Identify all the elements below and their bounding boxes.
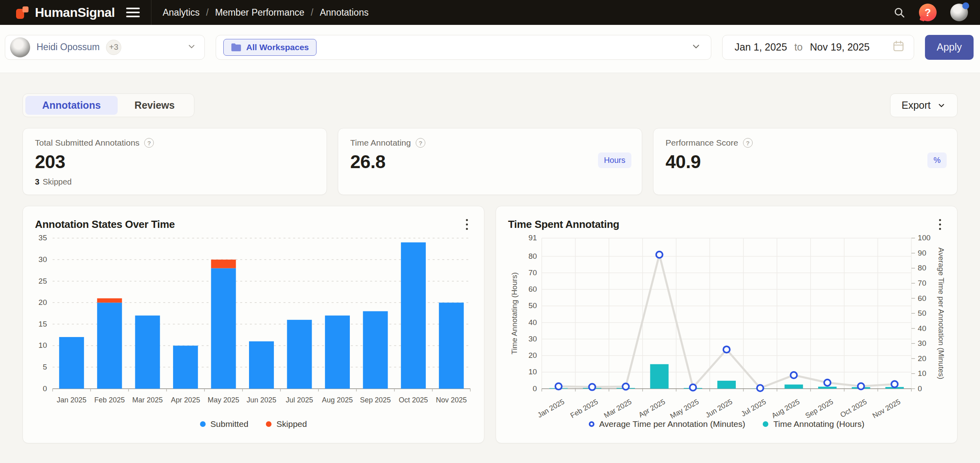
info-icon[interactable]: ? — [743, 138, 753, 148]
extra-members-badge: +3 — [106, 40, 121, 55]
legend-label: Time Annotating (Hours) — [773, 419, 864, 429]
dot-marker-icon — [763, 421, 768, 427]
svg-text:Jun 2025: Jun 2025 — [704, 398, 734, 418]
tab-reviews[interactable]: Reviews — [118, 96, 192, 115]
ring-marker-icon — [589, 421, 594, 427]
svg-text:Mar 2025: Mar 2025 — [602, 398, 633, 418]
stat-title: Performance Score — [666, 138, 738, 148]
legend-label: Average Time per Annotation (Minutes) — [599, 419, 745, 429]
dot-marker-icon — [200, 421, 206, 427]
svg-text:10: 10 — [918, 369, 926, 378]
search-icon[interactable] — [893, 6, 905, 18]
legend-item[interactable]: Average Time per Annotation (Minutes) — [589, 419, 745, 429]
breadcrumb-member-performance[interactable]: Member Performance — [215, 7, 304, 18]
toolbar-row: Annotations Reviews Export — [22, 93, 958, 117]
svg-text:50: 50 — [918, 309, 926, 317]
svg-text:Jan 2025: Jan 2025 — [536, 398, 566, 418]
svg-text:Jul 2025: Jul 2025 — [286, 396, 313, 404]
calendar-icon — [892, 40, 905, 55]
svg-text:Mar 2025: Mar 2025 — [132, 396, 163, 404]
member-name: Heidi Opossum — [37, 42, 100, 53]
breadcrumb-analytics[interactable]: Analytics — [163, 7, 200, 18]
breadcrumb: Analytics / Member Performance / Annotat… — [163, 7, 369, 18]
svg-text:Aug 2025: Aug 2025 — [322, 396, 353, 404]
export-button[interactable]: Export — [890, 93, 958, 117]
export-label: Export — [902, 100, 931, 111]
svg-text:90: 90 — [918, 249, 926, 257]
svg-text:May 2025: May 2025 — [669, 398, 700, 418]
svg-text:30: 30 — [39, 255, 47, 264]
svg-text:0: 0 — [533, 384, 537, 393]
chart-legend: Average Time per Annotation (Minutes)Tim… — [508, 419, 945, 429]
legend-item[interactable]: Time Annotating (Hours) — [763, 419, 864, 429]
svg-text:40: 40 — [529, 318, 537, 327]
workspace-chip[interactable]: All Workspaces — [223, 39, 316, 56]
brand-name: HumanSignal — [35, 5, 115, 20]
svg-text:60: 60 — [918, 294, 926, 303]
legend-label: Submitted — [210, 419, 249, 429]
apply-button[interactable]: Apply — [925, 35, 974, 60]
svg-text:May 2025: May 2025 — [208, 396, 239, 404]
date-range-separator: to — [792, 41, 805, 53]
kebab-menu-icon[interactable] — [935, 217, 945, 232]
chevron-down-icon — [691, 41, 701, 53]
svg-text:Sep 2025: Sep 2025 — [360, 396, 391, 404]
svg-text:80: 80 — [918, 264, 926, 272]
member-avatar — [10, 37, 30, 57]
svg-text:Jun 2025: Jun 2025 — [247, 396, 276, 404]
stat-value: 26.8 — [350, 151, 630, 173]
legend-item[interactable]: Skipped — [266, 419, 307, 429]
chevron-down-icon — [937, 101, 946, 110]
hamburger-menu-icon[interactable] — [126, 6, 140, 18]
stat-card-performance-score: Performance Score ? 40.9 % — [653, 128, 958, 195]
legend-label: Skipped — [276, 419, 307, 429]
charts-row: Annotation States Over Time 051015202530… — [22, 206, 958, 443]
date-range-end: Nov 19, 2025 — [810, 41, 870, 53]
folder-icon — [231, 43, 241, 52]
svg-text:91: 91 — [529, 234, 537, 242]
breadcrumb-separator: / — [311, 7, 313, 18]
stat-footnote: 3 Skipped — [35, 177, 314, 187]
tab-annotations[interactable]: Annotations — [25, 96, 118, 115]
svg-text:Apr 2025: Apr 2025 — [171, 396, 200, 404]
workspace-select[interactable]: All Workspaces — [216, 35, 711, 60]
svg-text:Average Time per Annotation (M: Average Time per Annotation (Minutes) — [937, 248, 945, 379]
info-icon[interactable]: ? — [416, 138, 425, 148]
dot-marker-icon — [266, 421, 272, 427]
header-divider — [151, 0, 151, 25]
svg-text:10: 10 — [529, 368, 537, 376]
svg-text:70: 70 — [918, 279, 926, 287]
kebab-menu-icon[interactable] — [462, 217, 472, 232]
skipped-count: 3 — [35, 177, 39, 187]
svg-text:70: 70 — [529, 268, 537, 277]
svg-text:Time Annotating (Hours): Time Annotating (Hours) — [510, 272, 519, 355]
breadcrumb-annotations[interactable]: Annotations — [320, 7, 368, 18]
filter-bar: Heidi Opossum +3 All Workspaces Jan 1, 2… — [0, 25, 980, 73]
date-range-start: Jan 1, 2025 — [735, 41, 787, 53]
stat-value: 40.9 — [666, 151, 945, 173]
svg-text:60: 60 — [529, 285, 537, 293]
time-spent-chart: 0102030405060708091010203040506070809010… — [508, 234, 945, 418]
chart-title: Time Spent Annotating — [508, 218, 619, 231]
svg-text:50: 50 — [529, 301, 537, 310]
breadcrumb-separator: / — [206, 7, 208, 18]
chart-title: Annotation States Over Time — [35, 218, 175, 231]
svg-text:Nov 2025: Nov 2025 — [436, 396, 467, 404]
help-icon[interactable]: ? — [919, 4, 937, 21]
svg-text:5: 5 — [43, 363, 47, 371]
legend-item[interactable]: Submitted — [200, 419, 249, 429]
svg-text:Aug 2025: Aug 2025 — [770, 398, 801, 418]
humansignal-logo[interactable]: HumanSignal — [15, 5, 115, 20]
user-avatar[interactable] — [950, 4, 968, 21]
svg-text:20: 20 — [39, 298, 47, 307]
svg-text:30: 30 — [918, 339, 926, 347]
main-content: Annotations Reviews Export Total Submitt… — [0, 93, 980, 443]
member-select[interactable]: Heidi Opossum +3 — [5, 35, 205, 60]
svg-text:10: 10 — [39, 341, 47, 349]
skipped-label: Skipped — [43, 177, 71, 187]
app-header: HumanSignal Analytics / Member Performan… — [0, 0, 980, 25]
svg-text:0: 0 — [43, 384, 47, 393]
svg-text:25: 25 — [39, 277, 47, 285]
date-range-picker[interactable]: Jan 1, 2025 to Nov 19, 2025 — [722, 35, 914, 60]
info-icon[interactable]: ? — [144, 138, 154, 148]
